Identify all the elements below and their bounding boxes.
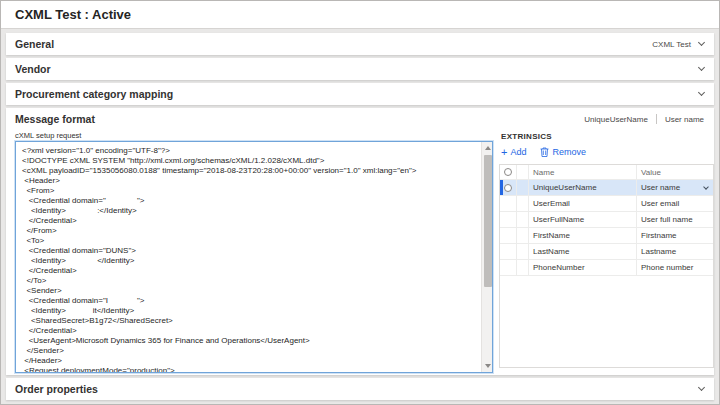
column-header-name[interactable]: Name <box>529 165 637 179</box>
page-title: CXML Test : Active <box>15 1 131 28</box>
trash-icon <box>540 147 549 157</box>
row-select-cell[interactable] <box>500 260 517 275</box>
grid-gap-column <box>517 196 529 211</box>
row-select-cell[interactable] <box>500 212 517 227</box>
table-row[interactable]: LastName Lastname <box>500 244 713 260</box>
fasttab-vendor-header[interactable]: Vendor <box>6 58 714 80</box>
fasttab-vendor[interactable]: Vendor <box>6 58 714 80</box>
cxml-setup-request-textarea[interactable]: <?xml version="1.0" encoding="UTF-8"?> <… <box>15 141 493 373</box>
fasttab-general[interactable]: General CXML Test <box>6 33 714 55</box>
scroll-up-icon[interactable] <box>485 146 491 150</box>
row-select-cell[interactable] <box>500 228 517 243</box>
row-select-cell[interactable] <box>500 244 517 259</box>
fasttab-procurement-header[interactable]: Procurement category mapping <box>6 83 714 105</box>
table-row[interactable]: FirstName Firstname <box>500 228 713 244</box>
row-name-cell[interactable]: UniqueUserName <box>529 180 637 195</box>
fasttab-message-format: Message format UniqueUserName User name … <box>6 108 714 375</box>
scrollbar-thumb[interactable] <box>484 155 492 287</box>
row-value-cell[interactable]: User full name <box>637 212 713 227</box>
extrinsics-grid: Name Value UniqueUserName User name User… <box>499 164 714 368</box>
select-all-cell[interactable] <box>500 165 517 179</box>
general-summary-value: CXML Test <box>652 40 691 49</box>
extrinsics-title: EXTRINSICS <box>501 132 552 141</box>
grid-gap-column <box>517 228 529 243</box>
row-name-cell[interactable]: PhoneNumber <box>529 260 637 275</box>
add-button-label: Add <box>510 147 526 157</box>
extrinsics-toolbar: + Add Remove <box>501 145 586 159</box>
chevron-down-icon[interactable] <box>698 384 705 391</box>
fasttab-vendor-label: Vendor <box>15 63 51 75</box>
fasttab-message-format-header[interactable]: Message format UniqueUserName User name <box>6 108 714 130</box>
grid-gap-column <box>517 212 529 227</box>
fasttab-message-format-label: Message format <box>15 113 95 125</box>
grid-gap-column <box>517 260 529 275</box>
remove-button[interactable]: Remove <box>540 147 586 157</box>
row-select-cell[interactable] <box>500 196 517 211</box>
row-name-cell[interactable]: UserEmail <box>529 196 637 211</box>
row-value-cell[interactable]: Phone number <box>637 260 713 275</box>
row-select-cell[interactable] <box>500 180 517 195</box>
fasttab-general-header[interactable]: General CXML Test <box>6 33 714 55</box>
scroll-down-icon[interactable] <box>485 364 491 368</box>
grid-gap-column <box>517 180 529 195</box>
chevron-down-icon[interactable] <box>698 39 705 46</box>
cxml-setup-request-content[interactable]: <?xml version="1.0" encoding="UTF-8"?> <… <box>16 142 480 372</box>
add-icon: + <box>501 148 507 157</box>
remove-button-label: Remove <box>552 147 586 157</box>
fasttab-order-properties-label: Order properties <box>15 383 98 395</box>
textarea-scrollbar[interactable] <box>481 142 492 372</box>
table-row[interactable]: UserEmail User email <box>500 196 713 212</box>
row-name-cell[interactable]: UserFullName <box>529 212 637 227</box>
radio-circle-icon <box>504 168 512 176</box>
radio-circle-icon <box>504 184 512 192</box>
row-value-cell[interactable]: User name <box>637 180 713 195</box>
fasttab-order-properties[interactable]: Order properties <box>6 378 714 400</box>
summary-divider <box>656 114 657 124</box>
message-format-body: cXML setup request <?xml version="1.0" e… <box>6 129 714 375</box>
chevron-down-icon[interactable] <box>698 64 705 71</box>
cxml-setup-request-label: cXML setup request <box>15 131 81 140</box>
title-bar: CXML Test : Active <box>1 1 719 29</box>
chevron-down-icon[interactable] <box>703 184 709 190</box>
table-row[interactable]: UniqueUserName User name <box>500 180 713 196</box>
column-header-value[interactable]: Value <box>637 165 713 179</box>
table-row[interactable]: PhoneNumber Phone number <box>500 260 713 276</box>
table-row[interactable]: UserFullName User full name <box>500 212 713 228</box>
fasttab-procurement-category-mapping[interactable]: Procurement category mapping <box>6 83 714 105</box>
row-value-cell[interactable]: Firstname <box>637 228 713 243</box>
message-format-summary-value: User name <box>665 115 704 124</box>
fasttab-procurement-label: Procurement category mapping <box>15 88 173 100</box>
grid-gap-column <box>517 244 529 259</box>
chevron-down-icon[interactable] <box>698 89 705 96</box>
row-value-cell[interactable]: Lastname <box>637 244 713 259</box>
grid-header-row: Name Value <box>500 165 713 180</box>
row-value-text: User name <box>641 183 680 192</box>
row-name-cell[interactable]: LastName <box>529 244 637 259</box>
message-format-summary-name: UniqueUserName <box>584 115 648 124</box>
row-name-cell[interactable]: FirstName <box>529 228 637 243</box>
add-button[interactable]: + Add <box>501 147 526 157</box>
fasttab-order-properties-header[interactable]: Order properties <box>6 378 714 400</box>
fasttab-general-label: General <box>15 38 54 50</box>
grid-gap-column <box>517 165 529 179</box>
row-value-cell[interactable]: User email <box>637 196 713 211</box>
cxml-test-page: CXML Test : Active General CXML Test Ven… <box>0 0 720 405</box>
